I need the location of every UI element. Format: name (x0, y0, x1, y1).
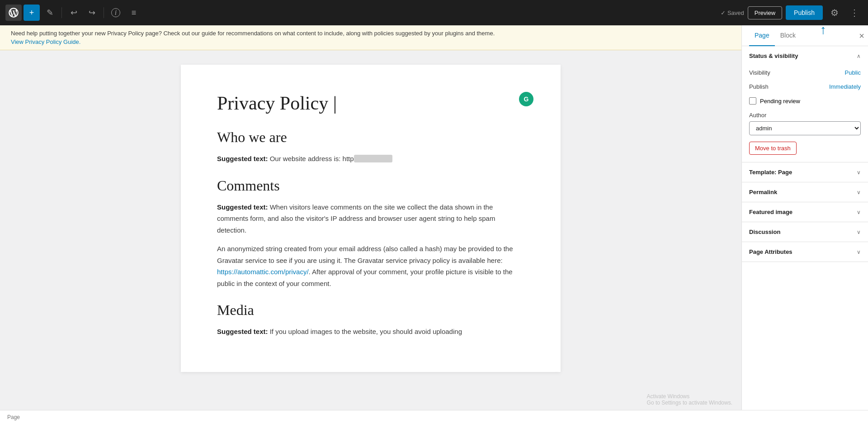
toolbar: + ✎ ↩ ↪ i ≡ ✓ Saved Preview Publish (0, 0, 868, 25)
preview-button[interactable]: Preview (748, 6, 782, 19)
grammarly-button[interactable]: G (519, 92, 533, 106)
notice-bar: Need help putting together your new Priv… (0, 25, 741, 50)
list-icon: ≡ (132, 8, 137, 18)
main-area: Need help putting together your new Priv… (0, 25, 868, 410)
visibility-label: Visibility (749, 69, 770, 76)
add-block-button[interactable]: + (24, 5, 40, 21)
status-visibility-header[interactable]: Status & visibility ∧ (742, 46, 868, 66)
editor-area: Need help putting together your new Priv… (0, 25, 741, 410)
check-icon: ✓ (721, 10, 726, 16)
move-to-trash-button[interactable]: Move to trash (749, 142, 797, 155)
section-heading-comments: Comments (217, 177, 524, 194)
chevron-down-icon-permalink: ∨ (857, 189, 861, 195)
plus-icon: + (29, 8, 34, 18)
redo-button[interactable]: ↪ (84, 5, 100, 21)
publish-row: Publish Immediately (749, 80, 861, 94)
publish-label: Publish (749, 83, 769, 90)
pencil-icon: ✎ (47, 8, 53, 18)
template-header[interactable]: Template: Page ∨ (742, 162, 868, 182)
undo-button[interactable]: ↩ (66, 5, 82, 21)
toolbar-separator-1 (61, 7, 62, 18)
discussion-header[interactable]: Discussion ∨ (742, 222, 868, 242)
more-options-button[interactable]: ⋮ (846, 5, 863, 21)
editor-content: Privacy Policy G Who we are Suggested te… (181, 65, 561, 372)
page-attributes-title: Page Attributes (749, 248, 793, 255)
settings-button[interactable]: ⚙ (826, 5, 843, 21)
page-title-field[interactable]: Privacy Policy G (217, 92, 524, 114)
permalink-header[interactable]: Permalink ∨ (742, 182, 868, 202)
featured-image-section: Featured image ∨ (742, 202, 868, 222)
template-title: Template: Page (749, 169, 792, 176)
visibility-value[interactable]: Public (845, 69, 861, 76)
page-attributes-section: Page Attributes ∨ (742, 242, 868, 262)
close-sidebar-button[interactable]: × (859, 31, 864, 40)
chevron-down-icon-discussion: ∨ (857, 229, 861, 235)
sidebar: Page Block × Status & visibility ∧ Visib… (741, 25, 868, 410)
paragraph-comments-2: An anonymized string created from your e… (217, 243, 524, 289)
discussion-section: Discussion ∨ (742, 222, 868, 242)
paragraph-media-1: Suggested text: If you upload images to … (217, 326, 524, 338)
featured-image-header[interactable]: Featured image ∨ (742, 202, 868, 222)
status-visibility-section: Status & visibility ∧ Visibility Public … (742, 46, 868, 162)
list-view-button[interactable]: ≡ (126, 5, 142, 21)
privacy-policy-guide-link[interactable]: View Privacy Policy Guide. (11, 38, 731, 45)
arrow-indicator: ↑ (820, 24, 826, 36)
section-heading-who-we-are: Who we are (217, 129, 524, 146)
sidebar-tabs: Page Block × (742, 25, 868, 46)
template-section: Template: Page ∨ (742, 162, 868, 182)
saved-label: Saved (727, 10, 744, 16)
page-attributes-header[interactable]: Page Attributes ∨ (742, 242, 868, 262)
edit-button[interactable]: ✎ (42, 5, 58, 21)
saved-indicator: ✓ Saved (721, 10, 744, 16)
tab-block[interactable]: Block (775, 25, 801, 46)
pending-review-row: Pending review (749, 94, 861, 108)
publish-button[interactable]: Publish (786, 5, 823, 20)
visibility-row: Visibility Public (749, 66, 861, 80)
notice-text: Need help putting together your new Priv… (11, 30, 495, 37)
wp-logo[interactable] (5, 5, 22, 21)
info-button[interactable]: i (108, 5, 124, 21)
paragraph-who-we-are: Suggested text: Our website address is: … (217, 153, 524, 165)
discussion-title: Discussion (749, 229, 780, 235)
toolbar-left: + ✎ ↩ ↪ i ≡ (5, 5, 142, 21)
permalink-section: Permalink ∨ (742, 182, 868, 202)
status-visibility-body: Visibility Public Publish Immediately Pe… (742, 66, 868, 162)
gear-icon: ⚙ (830, 7, 839, 18)
featured-image-title: Featured image (749, 209, 793, 215)
author-select[interactable]: admin (749, 121, 861, 135)
chevron-down-icon-page-attributes: ∨ (857, 249, 861, 255)
author-label: Author (749, 112, 861, 119)
permalink-title: Permalink (749, 189, 777, 195)
publish-value[interactable]: Immediately (829, 83, 861, 90)
section-heading-media: Media (217, 302, 524, 319)
bottom-bar: Page (0, 410, 868, 424)
toolbar-separator-2 (104, 7, 104, 18)
chevron-up-icon: ∧ (857, 53, 861, 59)
chevron-down-icon-featured-image: ∨ (857, 209, 861, 215)
undo-icon: ↩ (71, 8, 77, 18)
paragraph-comments-1: Suggested text: When visitors leave comm… (217, 201, 524, 236)
chevron-down-icon-template: ∨ (857, 169, 861, 176)
status-visibility-title: Status & visibility (749, 52, 798, 59)
toolbar-right: ✓ Saved Preview Publish ⚙ ⋮ (721, 5, 863, 21)
ellipsis-icon: ⋮ (850, 7, 859, 18)
bottom-bar-label: Page (7, 414, 20, 420)
pending-review-label: Pending review (760, 98, 800, 105)
redo-icon: ↪ (89, 8, 95, 18)
info-icon: i (111, 8, 120, 17)
tab-page[interactable]: Page (749, 25, 775, 46)
page-title[interactable]: Privacy Policy (217, 92, 524, 114)
pending-review-checkbox[interactable] (749, 97, 756, 105)
